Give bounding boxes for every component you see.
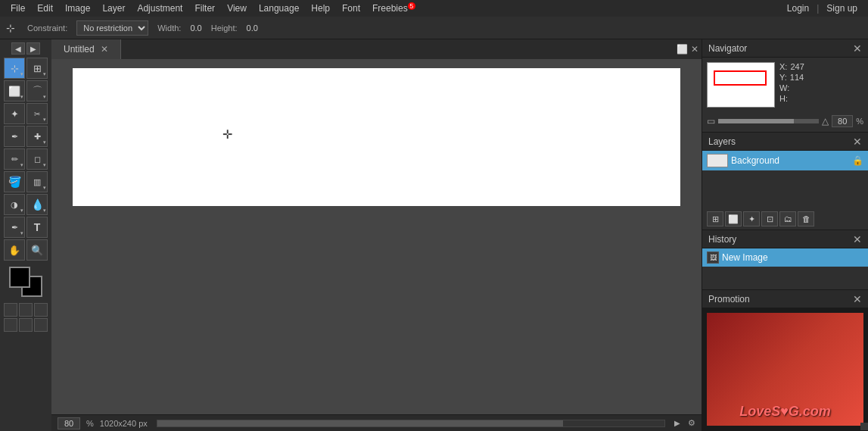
menu-language[interactable]: Language (254, 2, 303, 15)
move-tool[interactable]: ⊹▾ (4, 58, 25, 79)
y-label: Y: (779, 73, 787, 82)
layer-thumbnail (707, 154, 728, 167)
menu-font[interactable]: Font (338, 2, 365, 15)
tab-expand-icon[interactable]: ⬜ (677, 44, 688, 55)
layer-group-icon[interactable]: 🗂 (779, 211, 796, 226)
zoom-decrease-icon[interactable]: ▭ (707, 116, 715, 126)
canvas-tab-untitled[interactable]: Untitled ✕ (51, 39, 121, 59)
zoom-input[interactable] (58, 417, 80, 429)
menu-edit[interactable]: Edit (33, 2, 58, 15)
grid-btn-4[interactable] (4, 318, 17, 332)
promotion-image[interactable]: LoveS♥G.com (707, 313, 863, 426)
horizontal-scrollbar[interactable] (157, 420, 665, 427)
tab-close-button[interactable]: ✕ (101, 44, 108, 55)
grid-btn-1[interactable] (4, 303, 17, 317)
layer-delete-icon[interactable]: 🗑 (798, 211, 814, 226)
rect-select-tool[interactable]: ⬜▾ (4, 80, 25, 102)
history-item-icon: 🖼 (707, 251, 719, 264)
canvas-dimensions: 1020x240 px (100, 419, 148, 428)
zoom-percent-input[interactable] (832, 115, 853, 127)
promotion-content: LoveS♥G.com (702, 308, 868, 430)
promotion-close-button[interactable]: ✕ (853, 293, 862, 305)
x-value: 247 (790, 62, 804, 71)
optionsbar: ⊹ Constraint: No restriction Custom Widt… (0, 17, 868, 39)
text-tool[interactable]: T (26, 217, 48, 238)
navigator-close-button[interactable]: ✕ (853, 42, 862, 55)
grid-btn-5[interactable] (19, 318, 33, 332)
scroll-right-icon[interactable]: ▶ (674, 419, 680, 427)
history-close-button[interactable]: ✕ (853, 233, 862, 245)
artboard-tool[interactable]: ⊞▾ (26, 58, 48, 79)
menu-freebies[interactable]: Freebies5 (368, 2, 420, 15)
blur-tool[interactable]: 💧▾ (26, 194, 48, 215)
menu-filter[interactable]: Filter (190, 2, 219, 15)
brush-tool[interactable]: ✏▾ (4, 148, 25, 170)
grid-btn-6[interactable] (34, 318, 48, 332)
layer-lock-icon[interactable]: 🔒 (852, 155, 863, 166)
layer-options-icon[interactable]: ⊞ (707, 211, 723, 226)
tab-title: Untitled (64, 44, 95, 55)
eraser-tool[interactable]: ◻▾ (26, 148, 48, 170)
zoom-slider[interactable] (718, 119, 819, 123)
menu-view[interactable]: View (222, 2, 251, 15)
grid-btn-2[interactable] (19, 303, 33, 317)
heal-tool[interactable]: ✚▾ (26, 126, 48, 147)
navigator-viewport-rect (714, 70, 767, 86)
navigator-zoom-row: ▭ △ % (702, 115, 868, 132)
foreground-color-swatch[interactable] (9, 267, 30, 288)
layer-effects-icon[interactable]: ✦ (743, 211, 760, 226)
navigator-panel: Navigator ✕ X: 247 Y: 114 (702, 39, 868, 133)
constraint-select[interactable]: No restriction Custom (76, 20, 148, 36)
navigator-coords: X: 247 Y: 114 W: H: (779, 62, 804, 108)
layer-style-icon[interactable]: ⊡ (761, 211, 778, 226)
layer-add-mask-icon[interactable]: ⬜ (725, 211, 742, 226)
right-panels: Navigator ✕ X: 247 Y: 114 (702, 39, 868, 431)
fill-tool[interactable]: 🪣 (4, 171, 25, 192)
layers-empty-space (702, 170, 868, 208)
canvas-wrapper[interactable]: ✛ (51, 59, 702, 414)
history-new-image-row[interactable]: 🖼 New Image (702, 248, 868, 267)
tab-window-close-icon[interactable]: ✕ (691, 44, 698, 55)
toolbar-prev[interactable]: ◀ (11, 42, 25, 55)
scrollbar-thumb[interactable] (157, 420, 563, 426)
crop-tool[interactable]: ✂▾ (26, 103, 48, 124)
promotion-panel-header: Promotion ✕ (702, 290, 868, 308)
gradient-tool[interactable]: ▥▾ (26, 171, 48, 192)
menu-signup[interactable]: Sign up (822, 2, 862, 15)
grid-btn-3[interactable] (34, 303, 48, 317)
move-tool-icon: ⊹ (6, 22, 15, 34)
layer-background-row[interactable]: Background 🔒 (702, 151, 868, 170)
layers-panel: Layers ✕ Background 🔒 ⊞ ⬜ ✦ ⊡ 🗂 🗑 (702, 133, 868, 230)
main-area: ◀ ▶ ⊹▾ ⊞▾ ⬜▾ ⌒▾ ✦ ✂▾ ✒ ✚▾ ✏▾ ◻▾ 🪣 ▥▾ ◑▾ (0, 39, 868, 431)
color-swatches (9, 267, 42, 297)
x-label: X: (779, 62, 787, 71)
layers-title: Layers (708, 136, 853, 147)
zoom-unit: % (86, 419, 94, 428)
hand-tool[interactable]: ✋ (4, 239, 25, 261)
zoom-tool[interactable]: 🔍 (26, 239, 48, 261)
lasso-tool[interactable]: ⌒▾ (26, 80, 48, 102)
history-title: History (708, 234, 853, 245)
width-value: 0.0 (190, 23, 201, 33)
toolbar-next[interactable]: ▶ (26, 42, 40, 55)
canvas[interactable]: ✛ (73, 68, 680, 206)
menu-adjustment[interactable]: Adjustment (132, 2, 187, 15)
menu-image[interactable]: Image (61, 2, 95, 15)
eyedropper-tool[interactable]: ✒ (4, 126, 25, 147)
menu-login[interactable]: Login (782, 2, 814, 15)
grid-buttons (4, 303, 48, 332)
navigator-title: Navigator (708, 43, 853, 54)
height-value: 0.0 (247, 23, 258, 33)
zoom-increase-icon[interactable]: △ (822, 116, 829, 126)
pen-tool[interactable]: ✒▾ (4, 217, 25, 238)
menu-layer[interactable]: Layer (98, 2, 129, 15)
navigator-content: X: 247 Y: 114 W: H: (702, 58, 868, 112)
layers-close-button[interactable]: ✕ (853, 136, 862, 148)
y-value: 114 (790, 73, 804, 82)
dodge-tool[interactable]: ◑▾ (4, 194, 25, 215)
canvas-settings-icon[interactable]: ⚙ (688, 418, 695, 428)
magic-wand-tool[interactable]: ✦ (4, 103, 25, 124)
layers-toolbar: ⊞ ⬜ ✦ ⊡ 🗂 🗑 (702, 208, 868, 230)
menu-help[interactable]: Help (306, 2, 334, 15)
menu-file[interactable]: File (6, 2, 30, 15)
